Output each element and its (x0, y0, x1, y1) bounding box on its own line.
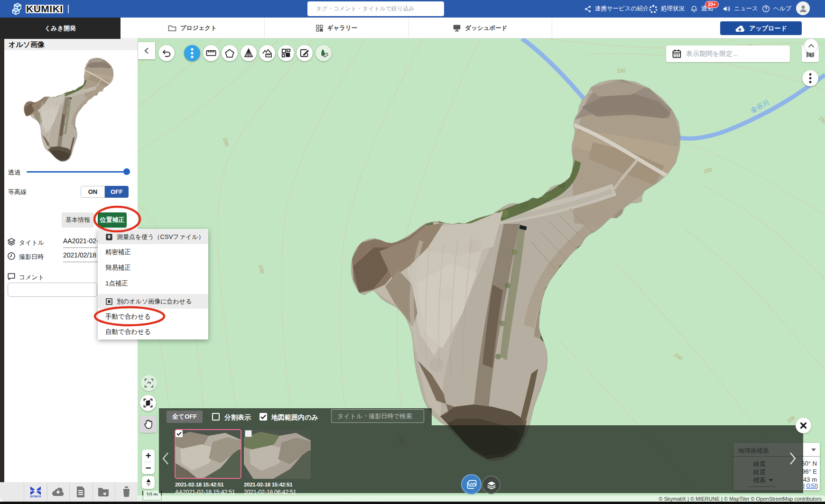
svg-text:150: 150 (617, 68, 625, 73)
svg-text:200: 200 (258, 264, 265, 274)
svg-text:200: 200 (673, 352, 684, 361)
svg-text:SKYMATIX: SKYMATIX (30, 495, 41, 498)
svg-text:150: 150 (703, 166, 713, 174)
svg-text:150: 150 (818, 115, 825, 125)
svg-text:200: 200 (786, 414, 797, 424)
svg-text:200: 200 (222, 137, 230, 147)
